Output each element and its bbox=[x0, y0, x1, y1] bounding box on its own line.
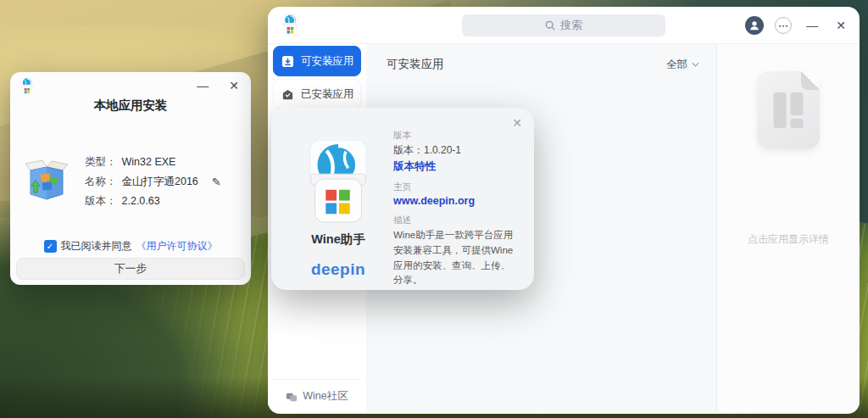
wine-helper-app-icon bbox=[18, 77, 36, 96]
installer-window: — ✕ 本地应用安装 类型： bbox=[10, 72, 251, 285]
deepin-logo: deepin bbox=[292, 260, 385, 279]
field-label: 类型： bbox=[85, 155, 117, 170]
store-window-controls: ●●● — ✕ bbox=[745, 7, 849, 44]
description-label: 描述 bbox=[393, 215, 519, 226]
user-icon bbox=[748, 20, 760, 31]
details-hint-text: 点击应用显示详情 bbox=[748, 232, 829, 247]
version-value: 版本：1.0.20-1 bbox=[393, 143, 519, 158]
store-titlebar: 搜索 ●●● — ✕ bbox=[268, 7, 860, 44]
chevron-down-icon bbox=[692, 62, 699, 67]
field-value: Win32 EXE bbox=[122, 156, 176, 168]
dialog-app-name: Wine助手 bbox=[292, 231, 385, 248]
package-icon bbox=[24, 157, 70, 203]
app-store-window: 搜索 ●●● — ✕ bbox=[268, 7, 860, 414]
field-name: 名称： 金山打字通2016 ✎ bbox=[85, 175, 221, 188]
minimize-button[interactable]: — bbox=[193, 78, 212, 93]
field-label: 名称： bbox=[85, 175, 117, 189]
app-detail-dialog: ✕ bbox=[271, 108, 534, 290]
installer-titlebar: — ✕ bbox=[10, 72, 251, 98]
details-placeholder-icon bbox=[757, 71, 820, 149]
sidebar-item-label: 已安装应用 bbox=[301, 87, 354, 102]
installed-icon bbox=[281, 88, 294, 101]
install-icon bbox=[281, 55, 294, 68]
dialog-app-summary: Wine助手 deepin bbox=[292, 130, 385, 296]
field-value: 金山打字通2016 bbox=[122, 175, 198, 189]
search-placeholder: 搜索 bbox=[560, 18, 582, 33]
app-list-panel: 可安装应用 全部 ✕ bbox=[366, 44, 717, 413]
installer-title: 本地应用安装 bbox=[10, 98, 251, 114]
page-fold bbox=[801, 71, 820, 90]
check-icon: ✓ bbox=[47, 242, 53, 251]
installer-fields: 类型： Win32 EXE 名称： 金山打字通2016 ✎ 版本： 2.2.0.… bbox=[85, 153, 221, 214]
store-body: 可安装应用 已安装应用 我添加的应用 bbox=[268, 44, 860, 413]
field-type: 类型： Win32 EXE bbox=[85, 155, 221, 169]
sidebar-item-label: 可安装应用 bbox=[301, 54, 354, 69]
next-button[interactable]: 下一步 bbox=[16, 258, 245, 280]
agreement-row: ✓ 我已阅读并同意 《用户许可协议》 bbox=[10, 239, 251, 254]
edit-pencil-icon[interactable]: ✎ bbox=[212, 176, 221, 188]
wine-helper-app-icon bbox=[299, 140, 377, 225]
search-input[interactable]: 搜索 bbox=[462, 14, 665, 36]
dialog-close-icon[interactable]: ✕ bbox=[512, 116, 522, 130]
agree-checkbox[interactable]: ✓ bbox=[44, 240, 57, 253]
version-features-link[interactable]: 版本特性 bbox=[393, 159, 519, 174]
layout-glyph bbox=[774, 92, 804, 128]
field-value: 2.2.0.63 bbox=[122, 195, 160, 207]
installer-window-controls: — ✕ bbox=[193, 78, 242, 93]
agreement-text: 我已阅读并同意 bbox=[61, 239, 132, 254]
homepage-link[interactable]: www.deepin.org bbox=[393, 195, 519, 207]
community-icon bbox=[286, 391, 298, 403]
user-avatar-button[interactable] bbox=[745, 16, 764, 35]
minimize-button[interactable]: — bbox=[803, 18, 821, 33]
sidebar-community-label: Wine社区 bbox=[303, 389, 348, 404]
homepage-label: 主页 bbox=[393, 181, 519, 193]
sidebar-item-installed-apps[interactable]: 已安装应用 bbox=[273, 79, 361, 109]
dots-icon: ●●● bbox=[778, 23, 788, 28]
version-label: 版本 bbox=[393, 130, 519, 142]
license-link[interactable]: 《用户许可协议》 bbox=[136, 239, 218, 254]
dialog-description-group: 描述 Wine助手是一款跨平台应用安装兼容工具，可提供Wine应用的安装、查询、… bbox=[393, 215, 519, 288]
sidebar-item-installable-apps[interactable]: 可安装应用 bbox=[273, 46, 361, 76]
description-text: Wine助手是一款跨平台应用安装兼容工具，可提供Wine应用的安装、查询、上传、… bbox=[393, 228, 519, 288]
app-details-panel: 点击应用显示详情 bbox=[717, 44, 860, 413]
installer-app-info: 类型： Win32 EXE 名称： 金山打字通2016 ✎ 版本： 2.2.0.… bbox=[24, 153, 221, 214]
field-label: 版本： bbox=[85, 194, 117, 209]
close-button[interactable]: ✕ bbox=[832, 18, 849, 33]
filter-dropdown[interactable]: 全部 bbox=[666, 58, 699, 72]
filter-label: 全部 bbox=[666, 58, 687, 72]
dialog-content: Wine助手 deepin 版本 版本：1.0.20-1 版本特性 主页 bbox=[271, 108, 534, 296]
content-header: 可安装应用 全部 bbox=[366, 44, 716, 72]
dialog-app-details: 版本 版本：1.0.20-1 版本特性 主页 www.deepin.org 描述… bbox=[385, 130, 519, 296]
field-version: 版本： 2.2.0.63 bbox=[85, 194, 221, 208]
menu-button[interactable]: ●●● bbox=[775, 17, 792, 34]
dialog-version-group: 版本 版本：1.0.20-1 版本特性 bbox=[393, 130, 519, 174]
dialog-homepage-group: 主页 www.deepin.org bbox=[393, 181, 519, 207]
content-title: 可安装应用 bbox=[387, 57, 444, 72]
wine-helper-app-icon bbox=[279, 14, 302, 36]
screen: — ✕ 本地应用安装 类型： bbox=[0, 0, 868, 418]
search-icon bbox=[545, 20, 555, 31]
sidebar-item-wine-community[interactable]: Wine社区 bbox=[273, 379, 361, 413]
close-button[interactable]: ✕ bbox=[225, 78, 242, 93]
